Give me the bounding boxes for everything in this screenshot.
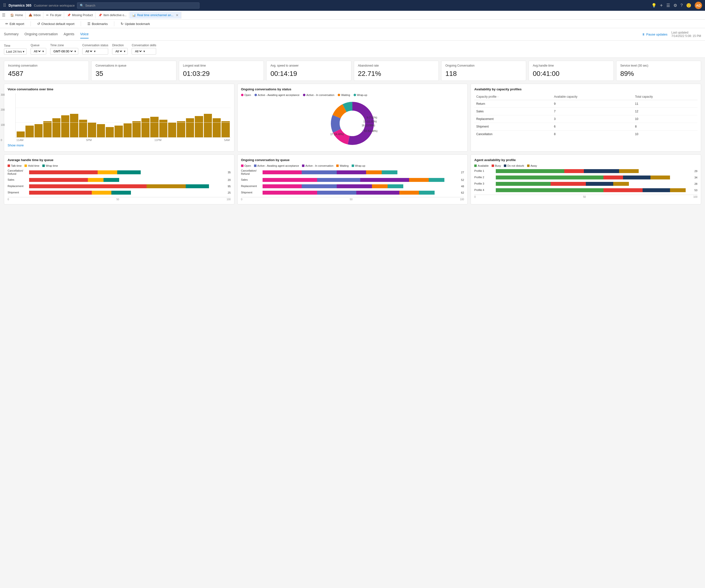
bar[interactable] — [79, 120, 87, 137]
show-more-link[interactable]: Show more — [8, 143, 24, 147]
tab-fix-dryer[interactable]: ✏ Fix dryer — [44, 12, 64, 18]
bar[interactable] — [61, 115, 69, 137]
inbox-icon: 📥 — [29, 13, 32, 17]
svg-text:13 (11.01%): 13 (11.01%) — [363, 120, 377, 123]
bar-chart-labels: 11AM 5PM 11PM 5AM — [15, 139, 231, 141]
skills-dropdown[interactable]: All ▾ — [132, 48, 156, 55]
bar[interactable] — [168, 123, 176, 137]
list-item: Shipment25 — [8, 191, 231, 195]
update-icon: ↻ — [121, 22, 124, 26]
avatar[interactable]: AD — [695, 2, 702, 9]
queue-dropdown[interactable]: All ▾ — [31, 48, 46, 55]
kpi-conversations-in-queue: Conversations in queue 35 — [91, 61, 176, 81]
settings-icon[interactable]: ⚙ — [673, 3, 677, 8]
legend-dot-wrapup — [354, 94, 356, 96]
table-row: Cancellation810 — [474, 130, 697, 138]
bar[interactable] — [70, 114, 78, 137]
tab-inbox[interactable]: 📥 Inbox — [26, 12, 43, 18]
lightbulb-icon[interactable]: 💡 — [651, 3, 657, 8]
bar[interactable] — [97, 124, 105, 137]
bar[interactable] — [132, 121, 140, 137]
edit-icon: ✏ — [5, 22, 8, 26]
svg-text:17 (14.40%): 17 (14.40%) — [330, 133, 343, 136]
report-header-right: ⏸ Pause updates Last updated 7/14/2022 5… — [642, 31, 701, 38]
conv-status-dropdown[interactable]: All ▾ — [82, 48, 108, 55]
legend-open: Open — [241, 93, 251, 96]
menu-icon[interactable]: ☰ — [666, 3, 670, 8]
donut-svg: 9 (7.62%) 13 (11.01%) 16 (13.55%) 17 (14… — [325, 99, 379, 148]
tab-home[interactable]: 🏠 Home — [8, 12, 26, 18]
tab-close-icon[interactable]: ✕ — [176, 13, 179, 17]
handle-time-bars: Cancellation/ Refund35Sales20Replacement… — [8, 169, 231, 195]
bar[interactable] — [204, 114, 212, 137]
direction-dropdown[interactable]: All ▾ — [112, 48, 128, 55]
bar[interactable] — [52, 118, 60, 137]
bar[interactable] — [141, 118, 149, 137]
legend-oq-open: Open — [241, 164, 251, 167]
edit-report-button[interactable]: ✏ Edit report — [4, 21, 26, 27]
tab-missing-product[interactable]: 📌 Missing Product — [64, 12, 95, 18]
report-header: Summary Ongoing conversation Agents Voic… — [0, 28, 705, 41]
plus-icon[interactable]: + — [660, 3, 663, 8]
bar[interactable] — [43, 121, 51, 137]
search-input[interactable] — [85, 4, 197, 7]
availability-table: Capacity profile ↑ Available capacity To… — [474, 93, 697, 138]
bar[interactable] — [124, 123, 132, 137]
bar[interactable] — [17, 131, 25, 137]
filter-direction: Direction All ▾ — [112, 44, 128, 55]
tab-item-defective[interactable]: 📌 Item defective o... — [96, 12, 129, 18]
list-item: Profile 234 — [474, 176, 697, 179]
home-icon: 🏠 — [10, 13, 14, 17]
bar[interactable] — [106, 127, 114, 137]
tab-agents[interactable]: Agents — [64, 30, 75, 38]
bar[interactable] — [222, 121, 230, 137]
filter-skills: Conversation skills All ▾ — [132, 44, 156, 55]
ongoing-queue-legend: Open Active - Awaiting agent acceptance … — [241, 164, 464, 167]
legend-active-conv: Active - In conversation — [303, 93, 334, 96]
kpi-service-level: Service level (30 sec) 89% — [616, 61, 701, 81]
update-bookmark-button[interactable]: ↻ Update bookmark — [119, 21, 151, 27]
timezone-dropdown[interactable]: GMT-08:00 ▾ — [50, 48, 78, 55]
ongoing-status-card: Ongoing conversations by status Open Act… — [237, 84, 468, 151]
bar[interactable] — [186, 118, 194, 137]
app-grid-icon[interactable]: ⠿ — [3, 3, 6, 8]
bar-chart-wrapper: 300 200 100 0 11AM 5PM 11PM 5AM — [8, 93, 231, 141]
legend-dot-waiting — [338, 94, 340, 96]
checkout-report-button[interactable]: ↺ Checkout default report — [36, 21, 76, 27]
list-item: Cancellation/ Refund35 — [8, 169, 231, 176]
capacity-scroll[interactable]: Capacity profile ↑ Available capacity To… — [474, 93, 697, 138]
search-box[interactable]: 🔍 — [77, 2, 199, 9]
handle-time-card: Average handle time by queue Talk time H… — [4, 154, 234, 205]
tab-realtime[interactable]: 📊 Real time omnichannel an... ✕ — [130, 12, 181, 18]
tab-ongoing-conversation[interactable]: Ongoing conversation — [25, 30, 58, 38]
bar[interactable] — [177, 121, 185, 137]
bar[interactable] — [35, 124, 43, 137]
tab-voice[interactable]: Voice — [80, 30, 89, 38]
bar[interactable] — [195, 116, 203, 137]
bar[interactable] — [26, 126, 34, 137]
svg-text:63 (53.38%): 63 (53.38%) — [364, 130, 377, 132]
bar[interactable] — [150, 117, 158, 137]
search-icon: 🔍 — [80, 4, 84, 7]
pause-updates-button[interactable]: ⏸ Pause updates — [642, 33, 667, 36]
bar[interactable] — [159, 120, 168, 137]
time-dropdown[interactable]: Last 24 hrs ▾ — [4, 48, 27, 55]
chevron-down-icon: ▾ — [124, 49, 126, 53]
legend-talk: Talk time — [8, 164, 21, 167]
filters-bar: Time Last 24 hrs ▾ Queue All ▾ Time zone… — [0, 41, 705, 58]
hamburger-icon[interactable]: ☰ — [2, 13, 5, 17]
smiley-icon[interactable]: 🙂 — [686, 3, 691, 8]
bookmarks-button[interactable]: ☰ Bookmarks — [86, 21, 109, 27]
help-icon[interactable]: ? — [680, 3, 683, 8]
bar-chart-area — [15, 93, 231, 138]
col-profile[interactable]: Capacity profile ↑ — [474, 93, 552, 100]
bar[interactable] — [114, 126, 123, 137]
legend-dot-conv — [303, 94, 306, 96]
filter-timezone: Time zone GMT-08:00 ▾ — [50, 44, 78, 55]
col-total: Total capacity — [633, 93, 697, 100]
bar[interactable] — [88, 123, 96, 137]
tab-summary[interactable]: Summary — [4, 30, 18, 38]
chevron-down-icon: ▾ — [143, 49, 145, 53]
bar[interactable] — [213, 118, 221, 137]
pin2-icon: 📌 — [98, 13, 102, 17]
